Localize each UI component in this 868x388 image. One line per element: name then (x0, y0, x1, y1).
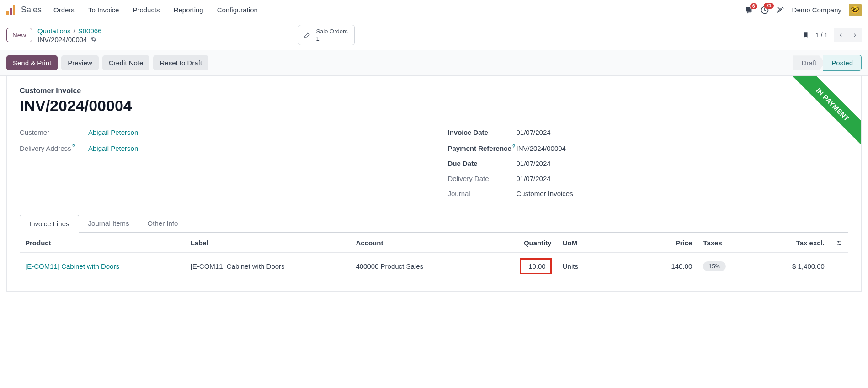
th-price[interactable]: Price (640, 233, 698, 253)
reset-to-draft-button[interactable]: Reset to Draft (153, 55, 208, 70)
payment-ribbon: IN PAYMENT (783, 76, 861, 154)
cell-uom[interactable]: Units (557, 253, 640, 280)
breadcrumb-quotations[interactable]: Quotations (37, 27, 71, 35)
company-name[interactable]: Demo Company (792, 6, 841, 14)
sale-orders-count: 1 (316, 35, 347, 43)
th-label[interactable]: Label (185, 233, 351, 253)
status-bar: Draft Posted (793, 55, 862, 71)
activity-badge: 21 (764, 3, 773, 9)
app-logo-icon[interactable] (6, 5, 16, 15)
menu-to-invoice[interactable]: To Invoice (88, 6, 119, 14)
edit-icon (303, 31, 311, 39)
tab-invoice-lines[interactable]: Invoice Lines (20, 215, 79, 233)
delivery-address-label: Delivery Address? (20, 144, 88, 152)
header-row: New Quotations / S00066 INV/2024/00004 S… (0, 20, 868, 50)
menu-orders[interactable]: Orders (53, 6, 75, 14)
help-icon[interactable]: ? (72, 144, 75, 149)
doc-type: Customer Invoice (20, 87, 848, 95)
breadcrumb-sep: / (74, 27, 75, 35)
due-date-value: 01/07/2024 (517, 159, 849, 167)
adjust-columns-icon[interactable] (836, 240, 843, 246)
help-icon[interactable]: ? (512, 144, 516, 149)
invoice-lines-table: Product Label Account Quantity UoM Price… (20, 233, 848, 280)
center-smart: Sale Orders 1 (298, 25, 354, 45)
tab-journal-items[interactable]: Journal Items (79, 215, 138, 232)
table-row[interactable]: [E-COM11] Cabinet with Doors [E-COM11] C… (20, 253, 848, 280)
customer-value[interactable]: Abigail Peterson (88, 128, 138, 136)
doc-ref: INV/2024/00004 (37, 36, 87, 43)
tab-other-info[interactable]: Other Info (138, 215, 187, 232)
pager-buttons (834, 28, 862, 42)
cell-quantity[interactable]: 10.00 (499, 253, 557, 280)
main-menu: Orders To Invoice Products Reporting Con… (53, 6, 258, 14)
invoice-date-label: Invoice Date (448, 128, 517, 136)
header-right: 1 / 1 (803, 28, 862, 42)
field-customer: Customer Abigail Peterson (20, 125, 421, 140)
breadcrumb-order[interactable]: S00066 (78, 27, 102, 35)
field-journal: Journal Customer Invoices (448, 186, 849, 201)
tabs: Invoice Lines Journal Items Other Info (20, 215, 848, 233)
th-tax-excl[interactable]: Tax excl. (756, 233, 830, 253)
top-nav: Sales Orders To Invoice Products Reporti… (0, 0, 868, 20)
bookmark-icon[interactable] (803, 31, 809, 39)
fields-grid: Customer Abigail Peterson Delivery Addre… (20, 125, 848, 201)
status-posted[interactable]: Posted (823, 55, 862, 71)
menu-configuration[interactable]: Configuration (217, 6, 258, 14)
cell-account[interactable]: 400000 Product Sales (350, 253, 499, 280)
pager-prev[interactable] (834, 28, 848, 42)
svg-point-1 (838, 241, 839, 242)
field-delivery-address: Delivery Address? Abigail Peterson (20, 140, 421, 156)
gear-icon[interactable] (91, 36, 97, 43)
sale-orders-button[interactable]: Sale Orders 1 (298, 25, 354, 45)
cell-taxes[interactable]: 15% (698, 253, 756, 280)
payment-ref-label: Payment Reference? (448, 144, 517, 152)
form-body: IN PAYMENT Customer Invoice INV/2024/000… (6, 76, 862, 292)
new-button[interactable]: New (6, 28, 32, 42)
credit-note-button[interactable]: Credit Note (102, 55, 150, 70)
menu-reporting[interactable]: Reporting (174, 6, 203, 14)
customer-label: Customer (20, 128, 88, 136)
chevron-right-icon (852, 32, 857, 38)
field-delivery-date: Delivery Date 01/07/2024 (448, 171, 849, 186)
cell-label[interactable]: [E-COM11] Cabinet with Doors (185, 253, 351, 280)
th-adjust[interactable] (830, 233, 848, 253)
cell-price[interactable]: 140.00 (640, 253, 698, 280)
topnav-right: 6 21 Demo Company 🤓 (744, 4, 862, 16)
th-taxes[interactable]: Taxes (698, 233, 756, 253)
cell-tax-excl[interactable]: $ 1,400.00 (756, 253, 830, 280)
due-date-label: Due Date (448, 159, 517, 167)
delivery-date-label: Delivery Date (448, 175, 517, 182)
th-uom[interactable]: UoM (557, 233, 640, 253)
app-brand[interactable]: Sales (21, 5, 42, 15)
chat-icon[interactable]: 6 (744, 6, 753, 14)
delivery-address-value[interactable]: Abigail Peterson (88, 144, 138, 152)
activity-icon[interactable]: 21 (760, 5, 769, 15)
send-print-button[interactable]: Send & Print (6, 55, 58, 70)
th-account[interactable]: Account (350, 233, 499, 253)
status-draft[interactable]: Draft (793, 55, 825, 70)
fields-left: Customer Abigail Peterson Delivery Addre… (20, 125, 421, 201)
journal-label: Journal (448, 190, 517, 197)
breadcrumb: Quotations / S00066 INV/2024/00004 (37, 27, 101, 43)
delivery-date-value: 01/07/2024 (517, 175, 849, 182)
tax-badge: 15% (703, 261, 726, 271)
th-quantity[interactable]: Quantity (499, 233, 557, 253)
pager-text: 1 / 1 (815, 32, 828, 39)
table-header-row: Product Label Account Quantity UoM Price… (20, 233, 848, 253)
svg-point-2 (840, 244, 841, 244)
tools-icon[interactable] (777, 6, 785, 14)
chevron-left-icon (839, 32, 843, 38)
th-product[interactable]: Product (20, 233, 185, 253)
preview-button[interactable]: Preview (61, 55, 98, 70)
avatar[interactable]: 🤓 (849, 4, 862, 16)
quantity-highlight: 10.00 (520, 258, 552, 274)
pager-next[interactable] (848, 28, 862, 42)
chat-badge: 6 (750, 3, 757, 9)
doc-title: INV/2024/00004 (20, 97, 848, 115)
action-bar: Send & Print Preview Credit Note Reset t… (0, 50, 868, 76)
sale-orders-label: Sale Orders (316, 28, 347, 35)
menu-products[interactable]: Products (133, 6, 160, 14)
cell-product[interactable]: [E-COM11] Cabinet with Doors (25, 262, 119, 270)
journal-value: Customer Invoices (517, 190, 849, 197)
field-due-date: Due Date 01/07/2024 (448, 156, 849, 171)
